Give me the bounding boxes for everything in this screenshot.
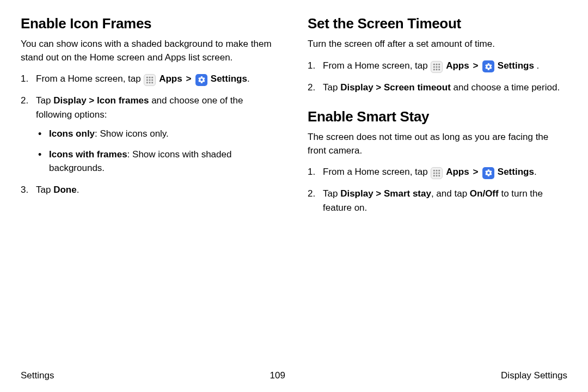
footer-left: Settings bbox=[21, 370, 54, 381]
section-smart-stay: Enable Smart Stay The screen does not ti… bbox=[308, 108, 567, 215]
step-text: Tap bbox=[36, 95, 53, 106]
svg-point-4 bbox=[149, 79, 151, 81]
footer-right: Display Settings bbox=[501, 370, 567, 381]
svg-point-5 bbox=[152, 79, 154, 81]
options-list: Icons only: Show icons only. Icons with … bbox=[36, 127, 280, 175]
step-bold: Done bbox=[53, 185, 77, 195]
step-2: Tap Display > Icon frames and choose one… bbox=[21, 94, 280, 175]
option-bold: Icons with frames bbox=[49, 149, 127, 160]
step-bold: Display > Smart stay bbox=[340, 188, 431, 199]
settings-label: Settings bbox=[211, 74, 247, 84]
svg-point-3 bbox=[146, 79, 148, 81]
svg-point-16 bbox=[436, 69, 438, 70]
svg-point-19 bbox=[436, 170, 438, 171]
heading-icon-frames: Enable Icon Frames bbox=[21, 15, 280, 32]
step-text: From a Home screen, tap bbox=[36, 74, 143, 84]
intro-smart-stay: The screen does not time out as long as … bbox=[308, 131, 567, 157]
svg-point-6 bbox=[146, 82, 148, 83]
svg-point-10 bbox=[436, 63, 438, 65]
step-1: From a Home screen, tap Apps > Settings. bbox=[308, 165, 567, 179]
svg-point-15 bbox=[433, 69, 435, 70]
separator-icon: > bbox=[470, 60, 481, 71]
svg-point-20 bbox=[439, 170, 440, 171]
svg-point-13 bbox=[436, 66, 438, 68]
step-text: Tap bbox=[323, 188, 340, 199]
step-text: From a Home screen, tap bbox=[323, 60, 430, 71]
step-text: and choose a time period. bbox=[451, 82, 560, 93]
option-icons-only: Icons only: Show icons only. bbox=[36, 127, 280, 141]
settings-icon bbox=[195, 74, 207, 86]
svg-point-7 bbox=[149, 82, 151, 83]
section-screen-timeout: Set the Screen Timeout Turn the screen o… bbox=[308, 15, 567, 94]
page-footer: Settings 109 Display Settings bbox=[21, 370, 567, 381]
step-bold: Display > Screen timeout bbox=[340, 82, 451, 93]
svg-point-0 bbox=[146, 77, 148, 78]
steps-smart-stay: From a Home screen, tap Apps > Settings.… bbox=[308, 165, 567, 215]
option-icons-with-frames: Icons with frames: Show icons with shade… bbox=[36, 148, 280, 175]
step-3: Tap Done. bbox=[21, 183, 280, 197]
apps-label: Apps bbox=[159, 74, 182, 84]
step-2: Tap Display > Smart stay, and tap On/Off… bbox=[308, 187, 567, 215]
svg-point-17 bbox=[439, 69, 440, 70]
settings-label: Settings bbox=[498, 60, 534, 71]
step-text: Tap bbox=[36, 185, 53, 195]
step-text: . bbox=[247, 74, 250, 84]
step-bold: Display > Icon frames bbox=[53, 95, 149, 106]
svg-point-14 bbox=[439, 66, 440, 68]
step-bold: On/Off bbox=[470, 188, 499, 199]
intro-screen-timeout: Turn the screen off after a set amount o… bbox=[308, 38, 567, 51]
svg-point-9 bbox=[433, 63, 435, 65]
svg-point-26 bbox=[439, 175, 440, 177]
steps-screen-timeout: From a Home screen, tap Apps > Settings … bbox=[308, 59, 567, 95]
separator-icon: > bbox=[470, 167, 481, 177]
apps-label: Apps bbox=[446, 60, 469, 71]
svg-point-21 bbox=[433, 173, 435, 174]
settings-icon bbox=[482, 167, 494, 179]
svg-point-1 bbox=[149, 77, 151, 78]
step-text: . bbox=[534, 60, 539, 71]
option-text: : Show icons only. bbox=[95, 128, 169, 139]
apps-icon bbox=[431, 61, 443, 73]
intro-icon-frames: You can show icons with a shaded backgro… bbox=[21, 38, 280, 64]
option-bold: Icons only bbox=[49, 128, 95, 139]
settings-icon bbox=[482, 60, 494, 72]
svg-point-24 bbox=[433, 175, 435, 177]
svg-point-12 bbox=[433, 66, 435, 68]
apps-icon bbox=[431, 167, 443, 179]
svg-point-18 bbox=[433, 170, 435, 171]
settings-label: Settings bbox=[498, 167, 534, 177]
apps-label: Apps bbox=[446, 167, 469, 177]
separator-icon: > bbox=[183, 74, 194, 84]
footer-page-number: 109 bbox=[270, 370, 285, 381]
step-1: From a Home screen, tap Apps > Settings … bbox=[308, 59, 567, 73]
svg-point-23 bbox=[439, 173, 440, 174]
left-column: Enable Icon Frames You can show icons wi… bbox=[21, 15, 280, 229]
step-text: . bbox=[77, 185, 79, 195]
svg-point-25 bbox=[436, 175, 438, 177]
svg-point-11 bbox=[439, 63, 440, 65]
svg-point-22 bbox=[436, 173, 438, 174]
step-1: From a Home screen, tap Apps > Settings. bbox=[21, 72, 280, 86]
step-text: . bbox=[534, 167, 537, 177]
step-text: From a Home screen, tap bbox=[323, 167, 430, 177]
step-2: Tap Display > Screen timeout and choose … bbox=[308, 81, 567, 95]
step-text: Tap bbox=[323, 82, 340, 93]
heading-smart-stay: Enable Smart Stay bbox=[308, 108, 567, 125]
svg-point-8 bbox=[152, 82, 154, 83]
apps-icon bbox=[144, 74, 156, 86]
steps-icon-frames: From a Home screen, tap Apps > Settings.… bbox=[21, 72, 280, 197]
svg-point-2 bbox=[152, 77, 154, 78]
right-column: Set the Screen Timeout Turn the screen o… bbox=[308, 15, 567, 229]
heading-screen-timeout: Set the Screen Timeout bbox=[308, 15, 567, 32]
step-text: , and tap bbox=[431, 188, 470, 199]
